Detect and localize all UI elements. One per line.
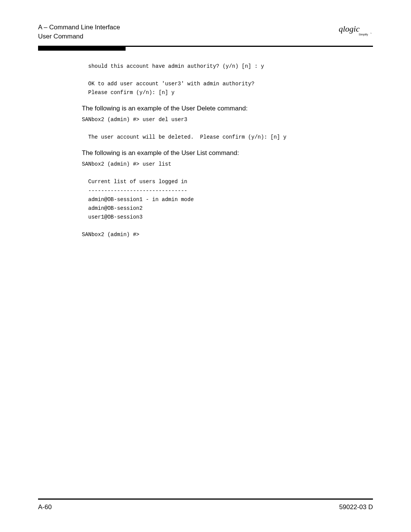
svg-text:qlogic: qlogic — [339, 24, 360, 34]
page-footer: A-60 59022-03 D — [38, 498, 373, 511]
svg-text:Simplify: Simplify — [359, 33, 368, 36]
page-header: A – Command Line Interface User Command … — [38, 23, 373, 41]
header-right: qlogic Simplify ™ — [339, 23, 373, 38]
code-block-2: SANbox2 (admin) #> user del user3 The us… — [82, 115, 373, 142]
footer-row: A-60 59022-03 D — [38, 503, 373, 511]
svg-text:™: ™ — [370, 32, 372, 34]
paragraph-list-intro: The following is an example of the User … — [82, 149, 373, 157]
code-block-3: SANbox2 (admin) #> user list Current lis… — [82, 160, 373, 239]
document-id: 59022-03 D — [339, 503, 373, 511]
footer-rule — [38, 498, 373, 500]
page: A – Command Line Interface User Command … — [0, 0, 411, 532]
header-line-2: User Command — [38, 32, 120, 41]
code-block-1: should this account have admin authority… — [82, 62, 373, 97]
paragraph-delete-intro: The following is an example of the User … — [82, 105, 373, 112]
header-line-1: A – Command Line Interface — [38, 23, 120, 32]
header-left: A – Command Line Interface User Command — [38, 23, 120, 41]
qlogic-logo: qlogic Simplify ™ — [339, 23, 373, 38]
header-black-bar — [38, 47, 126, 51]
page-number: A-60 — [38, 503, 52, 511]
content-area: should this account have admin authority… — [82, 62, 373, 240]
